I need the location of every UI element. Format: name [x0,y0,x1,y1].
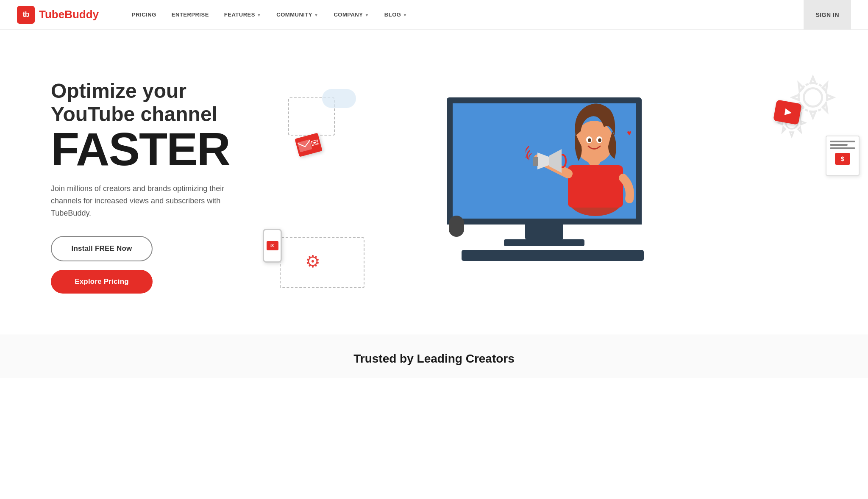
logo-text-dark: Tube [39,8,64,21]
cloud-shape [322,89,356,108]
svg-rect-4 [298,139,312,152]
hero-description: Join millions of creators and brands opt… [51,183,229,219]
explore-pricing-button[interactable]: Explore Pricing [51,270,153,294]
trusted-section: Trusted by Leading Creators [0,335,868,378]
woman-illustration [526,80,653,225]
monitor-screen-wrap: ♥ [447,97,642,246]
youtube-play-badge [773,100,802,125]
features-dropdown-icon: ▼ [257,13,261,17]
logo-icon: tb [17,6,35,24]
document-money-icon: $ [826,136,860,176]
company-dropdown-icon: ▼ [364,13,369,17]
hero-section: Optimize yourYouTube channel FASTER Join… [0,30,868,335]
logo-text-red: Buddy [64,8,99,21]
svg-rect-6 [568,165,623,208]
doc-line-3 [830,147,855,149]
svg-rect-13 [533,157,538,166]
svg-marker-3 [785,108,793,116]
svg-point-12 [598,139,601,142]
dollar-badge: $ [835,153,850,165]
svg-point-11 [588,139,591,142]
monitor-screen: ♥ [447,97,642,225]
sign-in-button[interactable]: SIGN IN [804,0,851,30]
envelope-icon: ✉ [295,133,322,157]
nav-features[interactable]: FEATURES ▼ [217,0,269,30]
nav-enterprise[interactable]: ENTERPRISE [164,0,217,30]
trusted-title: Trusted by Leading Creators [34,352,834,366]
monitor-stand [525,225,563,239]
doc-line-1 [830,141,855,142]
monitor: ♥ [447,97,659,275]
monitor-keyboard [462,250,644,261]
hero-title-main: FASTER [51,126,271,172]
logo[interactable]: tb TubeBuddy [17,6,99,24]
header: tb TubeBuddy PRICING ENTERPRISE FEATURES… [0,0,868,30]
svg-point-0 [804,88,822,106]
monitor-mouse [449,216,464,237]
hero-content: Optimize yourYouTube channel FASTER Join… [51,79,271,294]
main-nav: PRICING ENTERPRISE FEATURES ▼ COMMUNITY … [124,0,804,30]
hero-title-sub: Optimize yourYouTube channel [51,79,271,126]
nav-company[interactable]: COMPANY ▼ [326,0,376,30]
install-free-button[interactable]: Install FREE Now [51,236,153,261]
blog-dropdown-icon: ▼ [403,13,407,17]
nav-pricing[interactable]: PRICING [124,0,164,30]
hero-illustration: ✉ ✉ ⚙ $ ♥ [271,76,834,297]
doc-line-2 [830,144,848,146]
monitor-base [504,239,584,246]
doc-lines [830,141,855,149]
nav-community[interactable]: COMMUNITY ▼ [269,0,326,30]
nav-blog[interactable]: BLOG ▼ [377,0,415,30]
dashed-box-2 [280,237,364,288]
red-gear-icon: ⚙ [305,252,320,271]
logo-text: TubeBuddy [39,8,99,21]
community-dropdown-icon: ▼ [314,13,318,17]
